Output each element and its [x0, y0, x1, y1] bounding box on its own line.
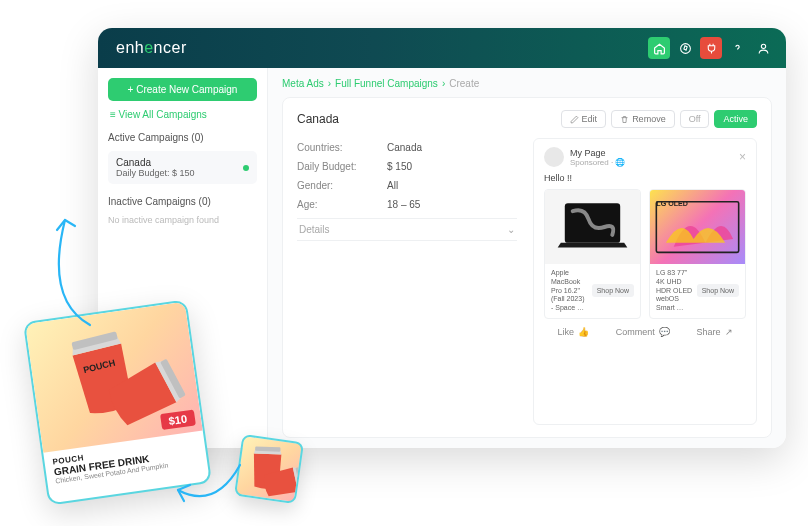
create-campaign-button[interactable]: + Create New Campaign [108, 78, 257, 101]
breadcrumb: Meta Ads › Full Funnel Campaigns › Creat… [282, 78, 772, 89]
countries-label: Countries: [297, 142, 387, 153]
ad-preview: My Page Sponsored · 🌐 × Hello !! [533, 138, 757, 425]
product-image-macbook [545, 190, 640, 264]
arrow-icon [40, 200, 120, 330]
svg-point-0 [680, 43, 690, 53]
like-icon: 👍 [578, 327, 589, 337]
campaign-item[interactable]: Canada Daily Budget: $ 150 [108, 151, 257, 184]
compass-icon[interactable] [674, 37, 696, 59]
card-header: Canada Edit Remove Off Active [297, 110, 757, 128]
header-icons [648, 37, 774, 59]
card-body: Countries:Canada Daily Budget:$ 150 Gend… [297, 138, 757, 425]
inactive-campaigns-title: Inactive Campaigns (0) [108, 196, 257, 207]
sponsored-label: Sponsored · 🌐 [570, 158, 625, 167]
budget-label: Daily Budget: [297, 161, 387, 172]
product-carousel: Apple MacBook Pro 16.2" (Fall 2023) - Sp… [544, 189, 746, 319]
main-area: Meta Ads › Full Funnel Campaigns › Creat… [268, 68, 786, 448]
status-dot-icon [243, 165, 249, 171]
remove-label: Remove [632, 114, 666, 124]
view-all-campaigns-link[interactable]: ≡ View All Campaigns [108, 109, 257, 120]
no-inactive-text: No inactive campaign found [108, 215, 257, 225]
breadcrumb-current: Create [449, 78, 479, 89]
age-label: Age: [297, 199, 387, 210]
card-title: Canada [297, 112, 339, 126]
campaign-card: Canada Edit Remove Off Active [282, 97, 772, 438]
product-name: LG 83 77" 4K UHD HDR OLED webOS Smart … [656, 269, 693, 313]
details-label: Details [299, 224, 330, 235]
breadcrumb-meta-ads[interactable]: Meta Ads [282, 78, 324, 89]
price-badge: $10 [160, 409, 196, 430]
card-actions: Edit Remove Off Active [561, 110, 757, 128]
pouch-icon [261, 463, 304, 501]
app-header: enhencer [98, 28, 786, 68]
product-card[interactable]: LG OLED LG 83 77" 4K UHD HDR OLED webOS … [649, 189, 746, 319]
details-toggle[interactable]: Details ⌄ [297, 218, 517, 241]
brand-logo: enhencer [116, 39, 187, 57]
campaign-settings: Countries:Canada Daily Budget:$ 150 Gend… [297, 138, 517, 425]
comment-icon: 💬 [659, 327, 670, 337]
chevron-down-icon: ⌄ [507, 224, 515, 235]
chevron-right-icon: › [328, 78, 331, 89]
like-button[interactable]: Like👍 [557, 327, 589, 337]
product-image-lg-oled: LG OLED [650, 190, 745, 264]
engagement-row: Like👍 Comment💬 Share↗ [544, 325, 746, 337]
share-button[interactable]: Share↗ [697, 327, 733, 337]
remove-button[interactable]: Remove [611, 110, 675, 128]
campaign-budget-label: Daily Budget: [116, 168, 170, 178]
countries-value: Canada [387, 142, 422, 153]
shop-now-button[interactable]: Shop Now [592, 284, 634, 297]
product-card[interactable]: Apple MacBook Pro 16.2" (Fall 2023) - Sp… [544, 189, 641, 319]
shop-now-button[interactable]: Shop Now [697, 284, 739, 297]
plug-icon[interactable] [700, 37, 722, 59]
active-campaigns-title: Active Campaigns (0) [108, 132, 257, 143]
edit-label: Edit [582, 114, 598, 124]
comment-button[interactable]: Comment💬 [616, 327, 670, 337]
help-icon[interactable] [726, 37, 748, 59]
product-name: Apple MacBook Pro 16.2" (Fall 2023) - Sp… [551, 269, 588, 313]
share-icon: ↗ [725, 327, 733, 337]
edit-button[interactable]: Edit [561, 110, 607, 128]
budget-value: $ 150 [387, 161, 412, 172]
app-body: + Create New Campaign ≡ View All Campaig… [98, 68, 786, 448]
brand-text-pre: enh [116, 39, 144, 57]
off-toggle[interactable]: Off [680, 110, 710, 128]
gender-value: All [387, 180, 398, 191]
gender-label: Gender: [297, 180, 387, 191]
profile-icon[interactable] [752, 37, 774, 59]
home-icon[interactable] [648, 37, 670, 59]
preview-header: My Page Sponsored · 🌐 × [544, 147, 746, 167]
active-toggle[interactable]: Active [714, 110, 757, 128]
age-value: 18 – 65 [387, 199, 420, 210]
svg-point-1 [761, 44, 765, 48]
arrow-icon [170, 455, 250, 515]
ad-text: Hello !! [544, 173, 746, 183]
breadcrumb-full-funnel[interactable]: Full Funnel Campaigns [335, 78, 438, 89]
campaign-name: Canada [116, 157, 195, 168]
app-window: enhencer + Create New Campaign ≡ View Al… [98, 28, 786, 448]
svg-rect-7 [255, 446, 280, 451]
globe-icon: 🌐 [615, 158, 625, 167]
brand-text-accent: e [144, 39, 153, 57]
brand-text-post: ncer [154, 39, 187, 57]
svg-rect-3 [656, 202, 738, 253]
close-icon[interactable]: × [739, 150, 746, 164]
avatar-icon [544, 147, 564, 167]
page-name: My Page [570, 148, 625, 158]
campaign-budget-value: $ 150 [172, 168, 195, 178]
chevron-right-icon: › [442, 78, 445, 89]
